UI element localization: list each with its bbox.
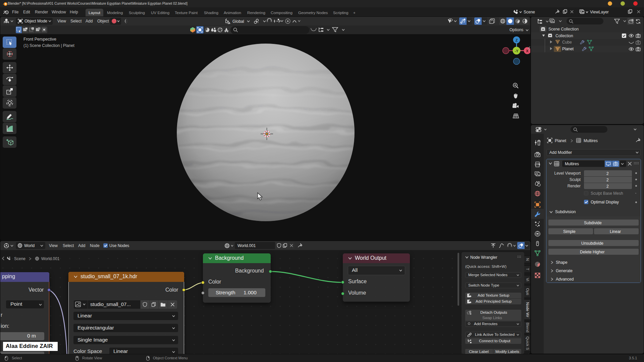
svg-text:Global: Global (232, 19, 244, 24)
svg-text:-Y: -Y (515, 49, 519, 53)
svg-text:Z: Z (516, 38, 518, 42)
